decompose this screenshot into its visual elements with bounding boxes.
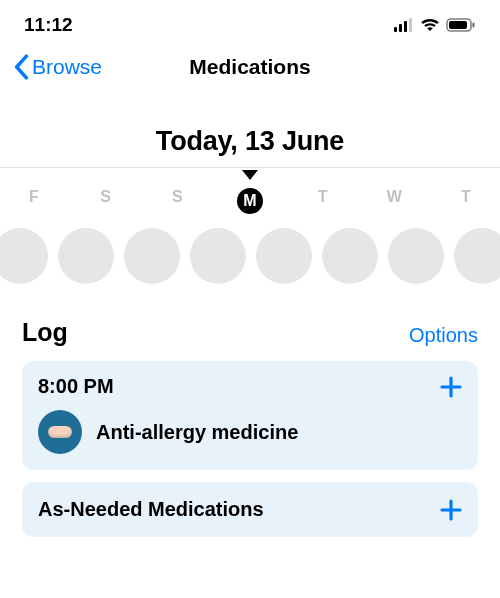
status-icons xyxy=(394,18,476,32)
card-header: 8:00 PM xyxy=(38,375,462,398)
schedule-time: 8:00 PM xyxy=(38,375,114,398)
add-medication-button[interactable] xyxy=(440,376,462,398)
day-dot[interactable] xyxy=(124,228,180,284)
day-dot[interactable] xyxy=(58,228,114,284)
medication-row[interactable]: Anti-allergy medicine xyxy=(38,410,462,454)
svg-rect-0 xyxy=(394,27,397,32)
log-title: Log xyxy=(22,318,68,347)
day-dot[interactable] xyxy=(256,228,312,284)
day-letter[interactable]: S xyxy=(165,188,189,214)
svg-rect-2 xyxy=(404,21,407,32)
day-letter[interactable]: F xyxy=(22,188,46,214)
day-letter[interactable]: T xyxy=(454,188,478,214)
date-label: Today, 13 June xyxy=(0,126,500,157)
nav-bar: Browse Medications xyxy=(0,42,500,92)
day-letter[interactable]: T xyxy=(311,188,335,214)
back-button[interactable]: Browse xyxy=(12,54,102,80)
status-bar: 11:12 xyxy=(0,0,500,42)
medication-schedule-card[interactable]: 8:00 PM Anti-allergy medicine xyxy=(22,361,478,470)
svg-rect-5 xyxy=(449,21,467,29)
options-button[interactable]: Options xyxy=(409,324,478,347)
svg-rect-1 xyxy=(399,24,402,32)
day-dot[interactable] xyxy=(190,228,246,284)
day-dot[interactable] xyxy=(0,228,48,284)
as-needed-title: As-Needed Medications xyxy=(38,498,264,521)
wifi-icon xyxy=(420,18,440,32)
medication-name: Anti-allergy medicine xyxy=(96,421,298,444)
log-section-header: Log Options xyxy=(0,292,500,355)
selected-day-indicator-icon xyxy=(0,170,500,180)
chevron-left-icon xyxy=(12,54,30,80)
svg-rect-6 xyxy=(473,23,475,28)
day-dot[interactable] xyxy=(454,228,500,284)
battery-icon xyxy=(446,18,476,32)
cellular-icon xyxy=(394,18,414,32)
day-dot[interactable] xyxy=(388,228,444,284)
day-letter[interactable]: W xyxy=(382,188,406,214)
as-needed-card[interactable]: As-Needed Medications xyxy=(22,482,478,537)
day-dot[interactable] xyxy=(322,228,378,284)
page-title: Medications xyxy=(189,55,310,79)
day-letter[interactable]: M xyxy=(237,188,263,214)
status-time: 11:12 xyxy=(24,14,73,36)
add-as-needed-button[interactable] xyxy=(440,499,462,521)
back-label: Browse xyxy=(32,55,102,79)
svg-rect-3 xyxy=(409,18,412,32)
week-strip[interactable]: FSSMTWT xyxy=(0,168,500,292)
day-letter[interactable]: S xyxy=(94,188,118,214)
pill-icon xyxy=(38,410,82,454)
